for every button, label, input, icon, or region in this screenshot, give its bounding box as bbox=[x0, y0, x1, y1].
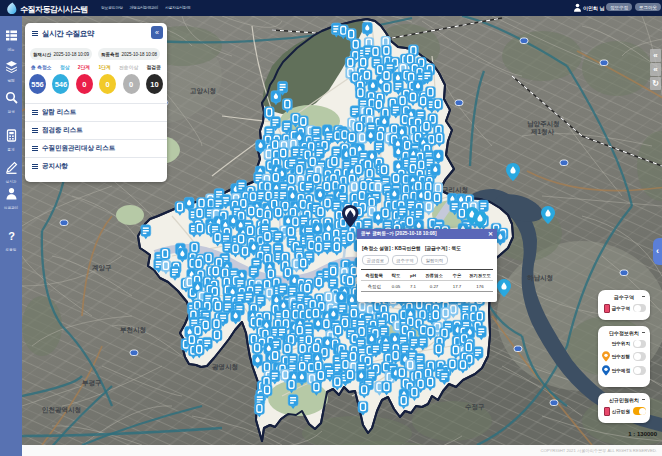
svg-text:?: ? bbox=[8, 230, 15, 242]
svg-text:광명시청: 광명시청 bbox=[212, 363, 238, 371]
svg-text:계양구: 계양구 bbox=[91, 264, 112, 272]
svg-text:인천광역시청: 인천광역시청 bbox=[42, 406, 81, 414]
svg-text:남양주시청: 남양주시청 bbox=[527, 120, 560, 128]
svg-text:고양시청: 고양시청 bbox=[190, 87, 216, 95]
svg-text:부평구: 부평구 bbox=[82, 379, 102, 387]
svg-text:제1청사: 제1청사 bbox=[530, 128, 555, 136]
svg-text:부천시청: 부천시청 bbox=[120, 326, 146, 334]
svg-text:하남시청: 하남시청 bbox=[527, 274, 553, 282]
svg-text:수정구: 수정구 bbox=[465, 403, 485, 411]
